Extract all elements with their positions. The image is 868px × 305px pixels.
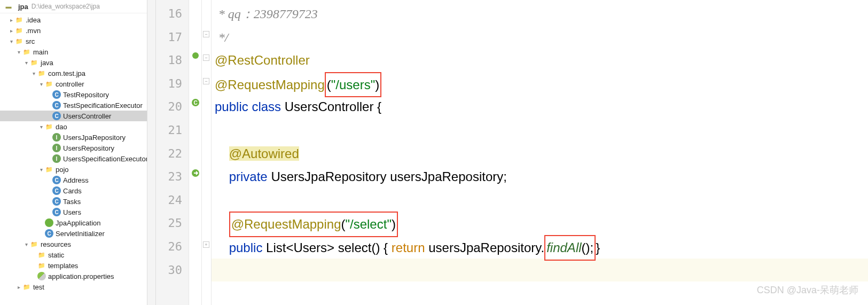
- code-line[interactable]: @Autowired: [212, 142, 868, 166]
- highlight-box: findAll();: [544, 235, 596, 261]
- code-line[interactable]: [212, 189, 868, 212]
- fold-marker[interactable]: −: [203, 78, 209, 84]
- line-number: 18: [156, 49, 189, 72]
- tree-item-usersjparepo[interactable]: ▸IUsersJpaRepository: [0, 132, 147, 143]
- module-icon: ▬: [4, 2, 13, 11]
- line-number: 23: [156, 165, 189, 189]
- project-sidebar[interactable]: ▬ jpa D:\idea_workspace2\jpa ▸📁.idea ▸📁.…: [0, 0, 147, 305]
- tree-item-testspec[interactable]: ▸CTestSpecificationExecutor: [0, 100, 147, 111]
- folder-icon: 📁: [15, 15, 24, 24]
- tree-item-usersctrl[interactable]: ▸CUsersController: [0, 111, 147, 121]
- tree-item-pkg[interactable]: ▾📁com.test.jpa: [0, 68, 147, 79]
- folder-icon: 📁: [37, 251, 46, 259]
- code-line[interactable]: * qq：2398779723: [212, 2, 868, 26]
- class-icon: C: [45, 229, 53, 238]
- code-line[interactable]: private UsersJpaRepository usersJpaRepos…: [212, 165, 868, 189]
- fold-marker[interactable]: −: [203, 54, 209, 61]
- line-number: 17: [156, 26, 189, 49]
- tree-item-testrepo[interactable]: ▸CTestRepository: [0, 89, 147, 100]
- line-number: 19: [156, 72, 189, 96]
- tree-item-cards[interactable]: ▸CCards: [0, 185, 147, 196]
- tree-item-mvn[interactable]: ▸📁.mvn: [0, 25, 147, 36]
- code-line[interactable]: public class UsersController {: [212, 95, 868, 119]
- folder-icon: 📁: [15, 37, 24, 45]
- svg-text:C: C: [193, 100, 197, 106]
- tree-item-appprops[interactable]: ▸application.properties: [0, 271, 147, 281]
- code-line[interactable]: [212, 119, 868, 142]
- line-number-gutter: 16 17 18 19 20 21 22 23 24 25 26 30: [156, 0, 189, 305]
- package-icon: 📁: [45, 122, 53, 131]
- tree-item-src[interactable]: ▾📁src: [0, 36, 147, 46]
- spring-bean-icon[interactable]: [190, 50, 201, 61]
- tree-item-tasks[interactable]: ▸CTasks: [0, 196, 147, 207]
- tree-item-pojo[interactable]: ▾📁pojo: [0, 164, 147, 175]
- folder-icon: 📁: [15, 26, 24, 35]
- highlight-box: @RequestMapping("/select"): [229, 212, 398, 237]
- code-line[interactable]: */: [212, 26, 868, 49]
- highlight-box: (("/users")"/users"): [325, 72, 381, 98]
- tree-item-templates[interactable]: ▸📁templates: [0, 260, 147, 271]
- src-folder-icon: 📁: [30, 58, 38, 67]
- tree-item-static[interactable]: ▸📁static: [0, 249, 147, 260]
- fold-column: − − − +: [202, 0, 212, 305]
- tree-item-usersspec[interactable]: ▸IUsersSpecificationExecutor: [0, 153, 147, 164]
- project-tree[interactable]: ▸📁.idea ▸📁.mvn ▾📁src ▾📁main ▾📁java ▾📁com…: [0, 13, 147, 293]
- code-line[interactable]: public List<Users> select() { return use…: [212, 235, 868, 259]
- code-line[interactable]: [212, 259, 868, 282]
- svg-point-0: [192, 52, 199, 59]
- tree-item-users[interactable]: ▸CUsers: [0, 207, 147, 217]
- interface-icon: I: [52, 154, 61, 163]
- tree-item-idea[interactable]: ▸📁.idea: [0, 14, 147, 25]
- class-icon: C: [52, 112, 61, 120]
- line-number: 22: [156, 142, 189, 166]
- fold-marker[interactable]: −: [203, 31, 209, 37]
- class-icon: C: [52, 208, 61, 216]
- code-editor[interactable]: 16 17 18 19 20 21 22 23 24 25 26 30 C − …: [147, 0, 868, 305]
- tree-item-controller[interactable]: ▾📁controller: [0, 79, 147, 89]
- spring-nav-icon[interactable]: [190, 168, 201, 178]
- line-number: 21: [156, 119, 189, 142]
- tree-item-java[interactable]: ▾📁java: [0, 57, 147, 68]
- tree-item-address[interactable]: ▸CAddress: [0, 175, 147, 185]
- line-number: 20: [156, 95, 189, 119]
- line-number: 16: [156, 2, 189, 26]
- line-number: 26: [156, 235, 189, 259]
- package-icon: 📁: [45, 80, 53, 88]
- folder-icon: 📁: [22, 48, 31, 56]
- project-name: jpa: [18, 3, 28, 11]
- project-path: D:\idea_workspace2\jpa: [32, 3, 100, 10]
- code-line[interactable]: @RestController: [212, 49, 868, 72]
- tree-item-main[interactable]: ▾📁main: [0, 46, 147, 57]
- class-icon: C: [52, 186, 61, 195]
- class-icon: C: [52, 176, 61, 184]
- folder-icon: 📁: [22, 283, 31, 291]
- gutter-icon-column: C: [189, 0, 202, 305]
- tree-item-dao[interactable]: ▾📁dao: [0, 121, 147, 132]
- code-line[interactable]: @RequestMapping("/select"): [212, 212, 868, 235]
- properties-icon: [37, 272, 46, 280]
- spring-component-icon[interactable]: C: [190, 97, 201, 108]
- resources-folder-icon: 📁: [30, 240, 38, 248]
- tree-item-jpaapp[interactable]: ▸CJpaApplication: [0, 217, 147, 228]
- package-icon: 📁: [45, 165, 53, 174]
- gutter-margin: [147, 0, 156, 305]
- line-number: 24: [156, 189, 189, 212]
- interface-icon: I: [52, 133, 61, 142]
- spring-class-icon: C: [45, 218, 53, 227]
- code-line[interactable]: @RequestMapping(("/users")"/users"): [212, 72, 868, 96]
- watermark: CSDN @Java-呆萌老师: [757, 284, 858, 296]
- line-number: 25: [156, 212, 189, 235]
- class-icon: C: [52, 197, 61, 206]
- folder-icon: 📁: [37, 261, 46, 270]
- interface-icon: I: [52, 144, 61, 152]
- project-header: ▬ jpa D:\idea_workspace2\jpa: [0, 0, 147, 13]
- class-icon: C: [52, 90, 61, 99]
- tree-item-resources[interactable]: ▾📁resources: [0, 239, 147, 249]
- class-icon: C: [52, 101, 61, 110]
- code-content[interactable]: * qq：2398779723 */ @RestController @Requ…: [212, 0, 868, 305]
- tree-item-servletinit[interactable]: ▸CServletInitializer: [0, 228, 147, 239]
- tree-item-test[interactable]: ▸📁test: [0, 281, 147, 292]
- line-number: 30: [156, 259, 189, 282]
- tree-item-usersrepo[interactable]: ▸IUsersRepository: [0, 143, 147, 153]
- fold-marker[interactable]: +: [203, 241, 209, 248]
